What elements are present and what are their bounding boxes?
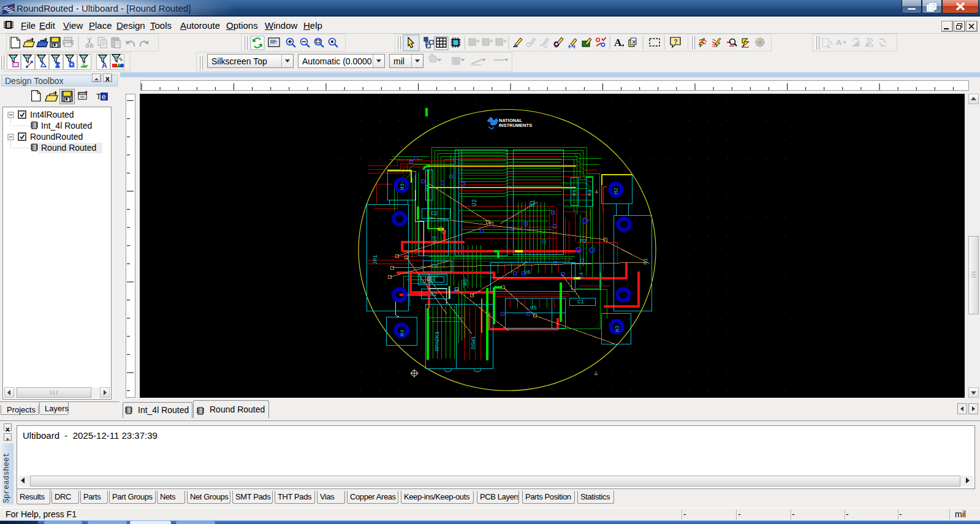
svg-text:INSTRUMENTS: INSTRUMENTS (499, 123, 532, 128)
svg-text:D1: D1 (429, 277, 436, 283)
svg-text:R4: R4 (587, 189, 593, 196)
svg-text:C3: C3 (431, 264, 438, 270)
svg-text:U6: U6 (524, 270, 531, 276)
svg-text:H1: H1 (400, 183, 406, 190)
svg-text:T: T (96, 92, 101, 101)
svg-text:H2: H2 (613, 188, 620, 194)
svg-text:C1: C1 (577, 299, 584, 305)
svg-text:C2: C2 (431, 211, 438, 217)
svg-text:P1: P1 (643, 258, 649, 265)
svg-text:C4: C4 (579, 272, 585, 279)
svg-text:JP1: JP1 (373, 255, 379, 265)
svg-text:U5: U5 (530, 305, 537, 311)
svg-text:H4: H4 (400, 330, 406, 336)
svg-text:U1: U1 (530, 200, 536, 207)
svg-text:DSW1: DSW1 (471, 336, 477, 349)
svg-text:A: A (102, 61, 107, 70)
svg-text:U2: U2 (471, 199, 478, 207)
svg-text:U3: U3 (432, 236, 438, 243)
svg-text:e: e (102, 93, 106, 101)
svg-text:R2: R2 (430, 292, 437, 298)
svg-text:H3: H3 (615, 325, 621, 332)
svg-text:R3: R3 (425, 184, 431, 191)
svg-text:R1: R1 (572, 189, 578, 196)
svg-text:R5: R5 (463, 279, 469, 286)
svg-text:RPACK1: RPACK1 (435, 332, 441, 351)
svg-text:P2: P2 (580, 238, 587, 245)
